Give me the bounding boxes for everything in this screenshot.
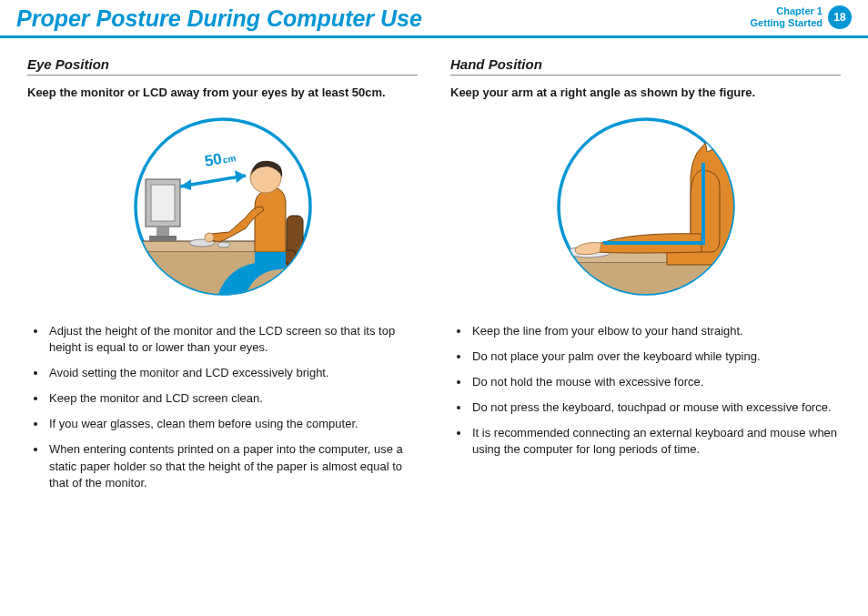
svg-rect-21 [541, 263, 751, 298]
list-item: Do not place your palm over the keyboard… [470, 348, 841, 365]
svg-rect-6 [156, 227, 169, 236]
hand-lead: Keep your arm at a right angle as shown … [450, 85, 841, 101]
hand-position-section: Hand Position Keep your arm at a right a… [450, 56, 841, 500]
list-item: Avoid setting the monitor and LCD excess… [47, 365, 418, 381]
distance-value: 50 [203, 149, 223, 169]
hand-position-figure [541, 116, 751, 298]
list-item: Keep the line from your elbow to your ha… [470, 323, 841, 339]
svg-rect-5 [151, 185, 175, 221]
chapter-label: Chapter 1 Getting Started [751, 5, 823, 28]
svg-point-23 [550, 250, 566, 258]
page-title: Proper Posture During Computer Use [16, 5, 422, 32]
eye-heading: Eye Position [27, 56, 418, 76]
list-item: Adjust the height of the monitor and the… [47, 323, 418, 356]
chapter-line2: Getting Started [751, 17, 823, 29]
hand-heading: Hand Position [450, 56, 841, 76]
page-number-badge: 18 [828, 5, 852, 29]
header-right: Chapter 1 Getting Started 18 [751, 5, 852, 29]
eye-position-figure: 50cm [118, 116, 328, 298]
list-item: It is recommended connecting an external… [470, 425, 841, 458]
hand-bullets: Keep the line from your elbow to your ha… [450, 323, 841, 459]
list-item: Do not hold the mouse with excessive for… [470, 374, 841, 390]
list-item: If you wear glasses, clean them before u… [47, 416, 418, 432]
eye-bullets: Adjust the height of the monitor and the… [27, 323, 418, 492]
chapter-line1: Chapter 1 [751, 5, 823, 17]
list-item: When entering contents printed on a pape… [47, 441, 418, 491]
eye-lead: Keep the monitor or LCD away from your e… [27, 85, 418, 101]
page-header: Proper Posture During Computer Use Chapt… [0, 0, 868, 38]
svg-rect-7 [149, 236, 177, 241]
eye-position-section: Eye Position Keep the monitor or LCD awa… [27, 56, 418, 500]
svg-point-12 [205, 233, 214, 242]
list-item: Keep the monitor and LCD screen clean. [47, 390, 418, 407]
svg-point-9 [217, 242, 230, 247]
list-item: Do not press the keyboard, touchpad or m… [470, 399, 841, 416]
